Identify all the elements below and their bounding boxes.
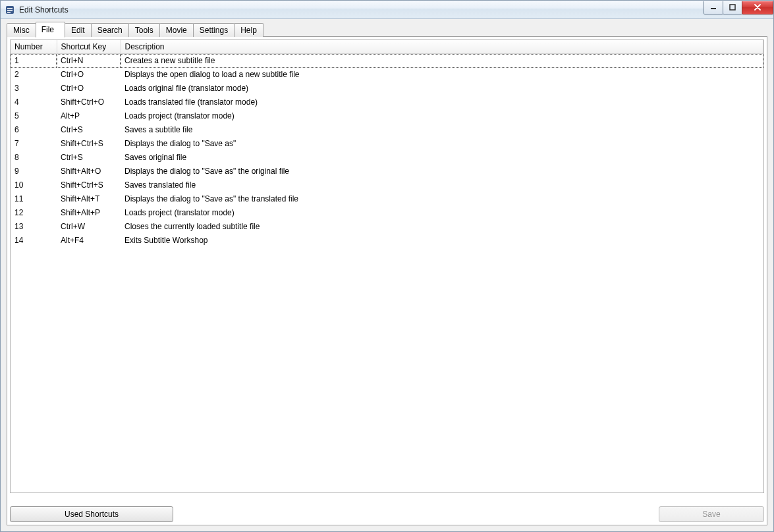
table-empty-area <box>11 248 763 493</box>
cell-description: Loads project (translator mode) <box>121 109 763 123</box>
tab-movie[interactable]: Movie <box>159 23 194 37</box>
tab-label: Misc <box>13 26 30 35</box>
shortcuts-table[interactable]: Number Shortcut Key Description 1Ctrl+NC… <box>11 40 763 248</box>
cell-key: Ctrl+O <box>57 68 121 82</box>
tab-label: Tools <box>135 26 153 35</box>
cell-description: Creates a new subtitle file <box>121 54 763 68</box>
table-row[interactable]: 7Shift+Ctrl+SDisplays the dialog to "Sav… <box>11 137 763 151</box>
table-row[interactable]: 4Shift+Ctrl+OLoads translated file (tran… <box>11 95 763 109</box>
cell-key: Shift+Ctrl+O <box>57 95 121 109</box>
cell-description: Displays the dialog to "Save as" the tra… <box>121 192 763 206</box>
tab-content: Number Shortcut Key Description 1Ctrl+NC… <box>7 36 767 525</box>
table-row[interactable]: 9Shift+Alt+ODisplays the dialog to "Save… <box>11 165 763 178</box>
tab-label: Settings <box>200 26 228 35</box>
table-row[interactable]: 11Shift+Alt+TDisplays the dialog to "Sav… <box>11 192 763 206</box>
cell-number: 10 <box>11 178 57 192</box>
cell-key: Shift+Alt+P <box>57 206 121 220</box>
svg-rect-4 <box>711 8 716 9</box>
tab-edit[interactable]: Edit <box>65 23 92 37</box>
cell-key: Ctrl+S <box>57 123 121 137</box>
cell-number: 6 <box>11 123 57 137</box>
cell-key: Shift+Ctrl+S <box>57 137 121 151</box>
svg-rect-5 <box>730 5 735 10</box>
window-title: Edit Shortcuts <box>19 5 704 14</box>
cell-number: 4 <box>11 95 57 109</box>
shortcuts-table-wrap: Number Shortcut Key Description 1Ctrl+NC… <box>10 40 764 493</box>
window-control-group <box>704 1 773 14</box>
svg-rect-2 <box>7 10 13 11</box>
tab-tools[interactable]: Tools <box>128 23 160 37</box>
cell-description: Loads original file (translator mode) <box>121 82 763 95</box>
cell-number: 14 <box>11 234 57 248</box>
col-header-description[interactable]: Description <box>121 40 763 54</box>
table-row[interactable]: 14Alt+F4Exits Subtitle Workshop <box>11 234 763 248</box>
cell-key: Alt+F4 <box>57 234 121 248</box>
tab-label: File <box>41 25 54 34</box>
cell-number: 2 <box>11 68 57 82</box>
svg-rect-1 <box>7 8 13 9</box>
table-row[interactable]: 1Ctrl+NCreates a new subtitle file <box>11 54 763 68</box>
cell-key: Ctrl+O <box>57 82 121 95</box>
tab-file[interactable]: File <box>36 22 65 38</box>
table-row[interactable]: 10Shift+Ctrl+SSaves translated file <box>11 178 763 192</box>
tabstrip: Misc File Edit Search Tools Movie Settin… <box>7 22 767 37</box>
save-button[interactable]: Save <box>659 506 764 522</box>
tab-label: Edit <box>71 26 85 35</box>
window-frame: Edit Shortcuts Misc File Edit Search Too… <box>0 0 774 532</box>
footer-buttons: Used Shortcuts Save <box>10 506 764 522</box>
minimize-button[interactable] <box>704 1 723 14</box>
table-header-row[interactable]: Number Shortcut Key Description <box>11 40 763 54</box>
cell-number: 12 <box>11 206 57 220</box>
cell-description: Saves a subtitle file <box>121 123 763 137</box>
cell-key: Ctrl+N <box>57 54 121 68</box>
tab-help[interactable]: Help <box>234 23 263 37</box>
used-shortcuts-button[interactable]: Used Shortcuts <box>10 506 173 522</box>
cell-description: Displays the open dialog to load a new s… <box>121 68 763 82</box>
cell-number: 7 <box>11 137 57 151</box>
button-label: Save <box>702 510 720 519</box>
cell-description: Loads project (translator mode) <box>121 206 763 220</box>
close-button[interactable] <box>742 1 773 14</box>
maximize-button[interactable] <box>723 1 742 14</box>
cell-description: Exits Subtitle Workshop <box>121 234 763 248</box>
cell-number: 1 <box>11 54 57 68</box>
cell-description: Saves translated file <box>121 178 763 192</box>
app-icon <box>5 5 15 15</box>
svg-rect-3 <box>7 12 11 13</box>
tab-label: Movie <box>166 26 187 35</box>
cell-number: 13 <box>11 220 57 234</box>
cell-key: Ctrl+S <box>57 151 121 165</box>
titlebar[interactable]: Edit Shortcuts <box>1 1 773 19</box>
cell-key: Shift+Ctrl+S <box>57 178 121 192</box>
cell-key: Shift+Alt+T <box>57 192 121 206</box>
client-area: Misc File Edit Search Tools Movie Settin… <box>1 19 773 531</box>
cell-number: 3 <box>11 82 57 95</box>
table-row[interactable]: 8Ctrl+SSaves original file <box>11 151 763 165</box>
cell-key: Alt+P <box>57 109 121 123</box>
cell-number: 5 <box>11 109 57 123</box>
table-row[interactable]: 13Ctrl+WCloses the currently loaded subt… <box>11 220 763 234</box>
tab-label: Search <box>97 26 123 35</box>
cell-number: 11 <box>11 192 57 206</box>
tab-settings[interactable]: Settings <box>193 23 235 37</box>
col-header-key[interactable]: Shortcut Key <box>57 40 121 54</box>
table-row[interactable]: 2Ctrl+ODisplays the open dialog to load … <box>11 68 763 82</box>
cell-description: Saves original file <box>121 151 763 165</box>
tab-label: Help <box>240 26 257 35</box>
cell-description: Displays the dialog to "Save as" <box>121 137 763 151</box>
cell-key: Ctrl+W <box>57 220 121 234</box>
cell-number: 8 <box>11 151 57 165</box>
cell-key: Shift+Alt+O <box>57 165 121 178</box>
table-row[interactable]: 12Shift+Alt+PLoads project (translator m… <box>11 206 763 220</box>
cell-number: 9 <box>11 165 57 178</box>
cell-description: Loads translated file (translator mode) <box>121 95 763 109</box>
cell-description: Closes the currently loaded subtitle fil… <box>121 220 763 234</box>
table-row[interactable]: 6Ctrl+SSaves a subtitle file <box>11 123 763 137</box>
button-label: Used Shortcuts <box>65 510 119 519</box>
table-row[interactable]: 3Ctrl+OLoads original file (translator m… <box>11 82 763 95</box>
cell-description: Displays the dialog to "Save as" the ori… <box>121 165 763 178</box>
col-header-number[interactable]: Number <box>11 40 57 54</box>
table-row[interactable]: 5Alt+PLoads project (translator mode) <box>11 109 763 123</box>
tab-misc[interactable]: Misc <box>7 23 36 37</box>
tab-search[interactable]: Search <box>91 23 129 37</box>
